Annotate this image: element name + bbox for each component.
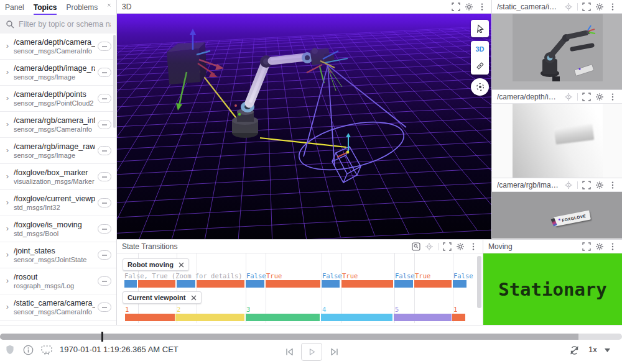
remove-topic-button[interactable] [98,224,111,234]
more-menu-icon[interactable] [608,2,617,11]
chart-scrollbar[interactable] [477,256,481,308]
remove-topic-button[interactable] [98,146,111,155]
list-item[interactable]: ›/camera/depth/camera_i...sensor_msgs/Ca… [0,34,116,60]
play-button[interactable] [301,343,322,361]
topic-name: /camera/rgb/camera_info [14,116,95,125]
fullscreen-icon[interactable] [582,242,591,251]
panel-depth-image: /camera/depth/image_... [492,90,622,178]
tab-topics[interactable]: Topics [34,1,57,15]
list-item[interactable]: ›/joint_statessensor_msgs/JointState [0,242,116,268]
state-label: 2 [177,306,180,313]
more-menu-icon[interactable] [469,242,478,251]
state-label: True [342,272,358,280]
follow-crosshair-icon[interactable] [564,93,573,101]
remove-topic-button[interactable] [98,198,111,207]
gear-icon[interactable] [456,242,465,251]
chevron-right-icon[interactable]: › [4,171,11,181]
seek-forward-button[interactable] [330,347,339,357]
list-item[interactable]: ›/foxglove/is_movingstd_msgs/Bool [0,216,116,242]
st-plot[interactable]: Robot movingFalse, True (Zoom for detail… [117,253,483,325]
gear-icon[interactable] [465,2,473,11]
close-icon[interactable] [191,295,197,301]
3d-viewport[interactable]: 3D [117,14,491,239]
seek-backward-button[interactable] [285,347,294,357]
chevron-right-icon[interactable]: › [4,198,11,207]
follow-crosshair-icon[interactable] [564,181,573,189]
topic-search[interactable]: Filter by topic or schema name. [0,15,116,34]
fullscreen-icon[interactable] [582,181,591,189]
remove-topic-button[interactable] [98,68,111,77]
chevron-right-icon[interactable]: › [4,302,11,311]
chart-gridline [266,253,266,323]
gear-icon[interactable] [595,93,604,101]
repeat-off-icon[interactable] [569,345,580,355]
panel-3d: 3D [117,0,491,239]
remove-topic-button[interactable] [98,172,111,181]
remove-topic-button[interactable] [98,303,111,312]
series-chip[interactable]: Current viewpoint [123,291,202,304]
playback-speed[interactable]: 1x [588,345,597,354]
gear-icon[interactable] [595,2,604,11]
fullscreen-icon[interactable] [452,2,460,11]
loop-region-icon[interactable] [41,345,52,355]
chevron-right-icon[interactable]: › [4,67,11,76]
close-sidebar-icon[interactable] [107,3,111,12]
topic-schema: sensor_msgs/JointState [14,256,95,263]
chevron-down-icon[interactable] [605,348,610,352]
list-item[interactable]: ›/camera/depth/image_rawsensor_msgs/Imag… [0,60,116,86]
follow-crosshair-icon[interactable] [425,242,434,251]
search-placeholder: Filter by topic or schema name. [19,20,111,29]
timeline-scrubber[interactable] [0,334,622,340]
list-item[interactable]: ›/camera/rgb/camera_infosensor_msgs/Came… [0,112,116,138]
series-chip[interactable]: Robot moving [123,258,189,271]
topic-text: /camera/depth/image_rawsensor_msgs/Image [14,64,95,81]
remove-topic-button[interactable] [98,276,111,286]
gear-icon[interactable] [595,242,604,251]
panel-title: State Transitions [122,242,407,251]
chevron-right-icon[interactable]: › [4,250,11,259]
zoom-reset-icon[interactable] [412,242,420,251]
chevron-right-icon[interactable]: › [4,276,11,285]
search-icon [6,20,14,29]
fullscreen-icon[interactable] [443,242,452,251]
remove-topic-button[interactable] [98,250,111,260]
play-icon [308,348,316,356]
remove-topic-button[interactable] [98,42,111,51]
tab-panel[interactable]: Panel [5,1,24,15]
fullscreen-icon[interactable] [582,93,591,101]
more-menu-icon[interactable] [608,181,617,189]
info-icon[interactable] [23,345,34,355]
measure-tool-button[interactable] [476,61,485,70]
chevron-right-icon[interactable]: › [4,224,11,233]
remove-topic-button[interactable] [98,94,111,103]
state-segment [321,314,392,321]
mode-3d-button[interactable]: 3D [475,45,484,53]
list-item[interactable]: ›/foxglove/current_viewpoi...std_msgs/In… [0,190,116,216]
follow-crosshair-icon[interactable] [564,2,573,11]
timeline-playhead[interactable] [101,332,103,342]
more-menu-icon[interactable] [608,93,617,101]
select-tool-button[interactable] [471,20,489,37]
list-item[interactable]: ›/camera/rgb/image_rawsensor_msgs/Image [0,138,116,164]
tab-problems[interactable]: Problems [66,1,98,15]
remove-topic-button[interactable] [98,120,111,129]
camera-sync-button[interactable] [471,78,489,96]
topic-text: /joint_statessensor_msgs/JointState [14,247,95,263]
list-item[interactable]: ›/foxglove/box_markervisualization_msgs/… [0,164,116,190]
close-icon[interactable] [179,262,184,268]
chevron-right-icon[interactable]: › [4,41,11,50]
chevron-right-icon[interactable]: › [4,93,11,102]
list-item[interactable]: ›/rosoutrosgraph_msgs/Log [0,268,116,294]
topic-text: /static_camera/camera_in...sensor_msgs/C… [14,299,95,316]
list-item[interactable]: ›/camera/depth/pointssensor_msgs/PointCl… [0,86,116,112]
fullscreen-icon[interactable] [582,2,591,11]
sidebar-scrollbar[interactable] [113,35,116,128]
state-segment [394,280,413,288]
more-menu-icon[interactable] [608,242,617,251]
gear-icon[interactable] [595,181,604,189]
topic-schema: sensor_msgs/PointCloud2 [14,99,95,107]
chevron-right-icon[interactable]: › [4,145,11,155]
list-item[interactable]: ›/static_camera/camera_in...sensor_msgs/… [0,294,116,321]
chevron-right-icon[interactable]: › [4,119,11,129]
more-menu-icon[interactable] [478,2,486,11]
